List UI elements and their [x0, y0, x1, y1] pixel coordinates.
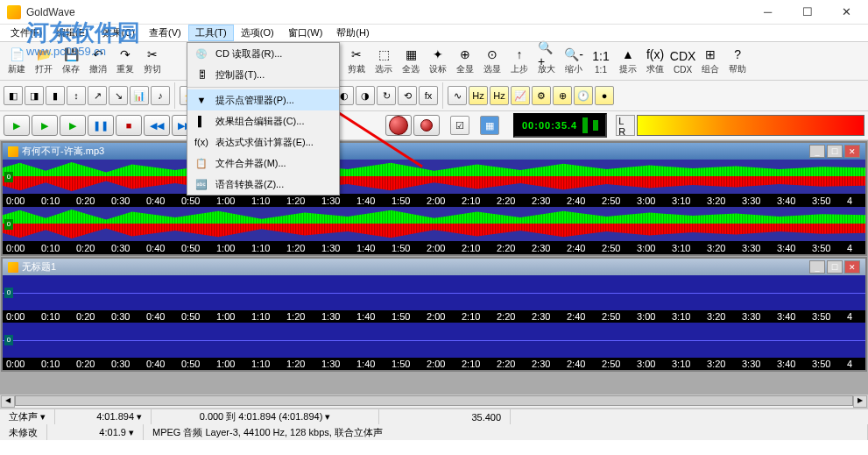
dropdown-item-6[interactable]: 🔤语音转换器(Z)...	[187, 174, 339, 195]
minimize-button[interactable]: ─	[748, 0, 787, 25]
status-position: 35.400	[379, 409, 511, 424]
main-toolbar: 📄新建📂打开💾保存↶撤消↷重复✂剪切🗑删除✂剪裁⬚选示▦全选✦设标⊕全显⊙选显↑…	[0, 42, 868, 81]
menu-tool[interactable]: 工具(T)	[188, 25, 234, 41]
fx-btn-2[interactable]: ▮	[46, 86, 65, 105]
menu-window[interactable]: 窗口(W)	[281, 25, 330, 41]
toolbar-btn-剪切[interactable]: ✂剪切	[139, 44, 166, 78]
fx-btn-16[interactable]: ◑	[356, 86, 375, 105]
wave-close-btn[interactable]: ✕	[844, 145, 860, 158]
toolbar-btn-上步[interactable]: ↑上步	[506, 44, 533, 78]
view-btn[interactable]: ▦	[480, 116, 499, 135]
dropdown-item-4[interactable]: f(x)表达式求值计算器(E)...	[187, 132, 339, 153]
toolbar-btn-1:1[interactable]: 1:11:1	[588, 46, 614, 77]
dropdown-item-5[interactable]: 📋文件合并器(M)...	[187, 153, 339, 174]
toolbar-btn-设标[interactable]: ✦设标	[425, 44, 451, 78]
toolbar-btn-剪裁[interactable]: ✂剪裁	[343, 44, 370, 78]
fx-btn-21[interactable]: Hz	[469, 86, 488, 105]
dropdown-item-1[interactable]: 🎛控制器(T)...	[187, 64, 339, 85]
maximize-button[interactable]: ☐	[787, 0, 827, 25]
rewind-button[interactable]: ◀◀	[144, 115, 170, 136]
dropdown-item-0[interactable]: 💿CD 读取器(R)...	[187, 43, 339, 64]
play-button[interactable]: ▶	[4, 115, 30, 136]
transport-bar: ▶ ▶ ▶ ❚❚ ■ ◀◀ ▶▶ ☑ ▦ 00:00:35.4 LR	[0, 111, 868, 140]
wave-body-1[interactable]: 0 0:000:100:200:300:400:501:001:101:201:…	[3, 160, 865, 254]
toolbar-btn-选示[interactable]: ⬚选示	[370, 44, 397, 78]
wave-body-2[interactable]: 0 0:000:100:200:300:400:501:001:101:201:…	[3, 275, 865, 370]
toolbar-btn-保存[interactable]: 💾保存	[58, 44, 84, 78]
fx-btn-1[interactable]: ◨	[25, 86, 44, 105]
toolbar-btn-组合[interactable]: ⊞组合	[697, 44, 723, 78]
horizontal-scrollbar[interactable]: ◀ ▶	[0, 395, 868, 409]
fx-btn-5[interactable]: ↘	[109, 86, 128, 105]
fx-btn-27[interactable]: ●	[595, 86, 614, 105]
toolbar-btn-全选[interactable]: ▦全选	[398, 44, 424, 78]
tools-dropdown: 💿CD 读取器(R)...🎛控制器(T)...▼提示点管理器(P)...▌效果组…	[187, 42, 340, 196]
menu-help[interactable]: 帮助(H)	[329, 25, 376, 41]
stop-button[interactable]: ■	[116, 115, 142, 136]
effects-toolbar: ◧◨▮↕↗↘📊♪⚡~≈🔊🔉2x½◐◑↻⟲fx∿HzHz📈⚙⊕🕐●	[0, 81, 868, 111]
fx-btn-19[interactable]: fx	[419, 86, 438, 105]
fx-btn-3[interactable]: ↕	[67, 86, 86, 105]
dropdown-item-3[interactable]: ▌效果组合编辑器(C)...	[187, 110, 339, 132]
statusbar-1: 立体声 ▾ 4:01.894 ▾ 0.000 到 4:01.894 (4:01.…	[0, 409, 868, 424]
wave-max-btn[interactable]: ☐	[827, 260, 843, 274]
status-range[interactable]: 0.000 到 4:01.894 (4:01.894) ▾	[152, 409, 379, 424]
close-button[interactable]: ✕	[827, 0, 866, 25]
ruler: 0:000:100:200:300:400:501:001:101:201:30…	[3, 310, 865, 323]
play-sel-button[interactable]: ▶	[32, 115, 58, 136]
fx-btn-25[interactable]: ⊕	[553, 86, 572, 105]
toolbar-btn-帮助[interactable]: ?帮助	[724, 44, 751, 78]
menu-option[interactable]: 选项(O)	[234, 25, 281, 41]
settings-btn[interactable]: ☑	[450, 116, 469, 135]
wave-max-btn[interactable]: ☐	[827, 145, 843, 158]
wave-title-2[interactable]: 无标题1 _ ☐ ✕	[3, 259, 865, 275]
wave-min-btn[interactable]: _	[809, 260, 825, 274]
scroll-left-btn[interactable]: ◀	[1, 395, 15, 408]
fx-btn-22[interactable]: Hz	[490, 86, 509, 105]
menu-edit[interactable]: 编辑(E)	[49, 25, 95, 41]
lr-indicator: LR	[616, 115, 635, 136]
toolbar-btn-放大[interactable]: 🔍+放大	[533, 44, 560, 78]
toolbar-btn-CDX[interactable]: CDXCDX	[669, 46, 696, 77]
toolbar-btn-求值[interactable]: f(x)求值	[642, 44, 668, 78]
fx-btn-4[interactable]: ↗	[88, 86, 107, 105]
fx-btn-26[interactable]: 🕐	[574, 86, 593, 105]
toolbar-btn-缩小[interactable]: 🔍-缩小	[561, 44, 587, 78]
menu-view[interactable]: 查看(V)	[142, 25, 188, 41]
rec-small-button[interactable]	[413, 115, 440, 136]
wave-filename-2: 无标题1	[22, 260, 56, 274]
fx-btn-0[interactable]: ◧	[4, 86, 23, 105]
toolbar-btn-重复[interactable]: ↷重复	[112, 44, 138, 78]
wave-panel-2: 无标题1 _ ☐ ✕ 0 0:000:100:200:300:400:501:0…	[1, 257, 867, 372]
menubar: 文件(F) 编辑(E) 效果(C) 查看(V) 工具(T) 选项(O) 窗口(W…	[0, 25, 868, 42]
toolbar-btn-选显[interactable]: ⊙选显	[479, 44, 505, 78]
toolbar-btn-新建[interactable]: 📄新建	[4, 44, 30, 78]
fx-btn-6[interactable]: 📊	[130, 86, 149, 105]
scroll-right-btn[interactable]: ▶	[853, 395, 867, 408]
toolbar-btn-全显[interactable]: ⊕全显	[452, 44, 478, 78]
app-icon	[7, 5, 21, 19]
status-length2[interactable]: 4:01.9 ▾	[47, 424, 144, 440]
titlebar: GoldWave ─ ☐ ✕	[0, 0, 868, 25]
dropdown-item-2[interactable]: ▼提示点管理器(P)...	[187, 89, 339, 110]
play-loop-button[interactable]: ▶	[60, 115, 86, 136]
toolbar-btn-打开[interactable]: 📂打开	[31, 44, 57, 78]
fx-btn-18[interactable]: ⟲	[398, 86, 417, 105]
toolbar-btn-撤消[interactable]: ↶撤消	[85, 44, 111, 78]
fx-btn-17[interactable]: ↻	[377, 86, 396, 105]
menu-effect[interactable]: 效果(C)	[95, 25, 142, 41]
toolbar-btn-提示[interactable]: ▲提示	[615, 44, 641, 78]
status-length[interactable]: 4:01.894 ▾	[55, 409, 152, 424]
pause-button[interactable]: ❚❚	[88, 115, 114, 136]
fx-btn-24[interactable]: ⚙	[532, 86, 551, 105]
fx-btn-7[interactable]: ♪	[151, 86, 170, 105]
fx-btn-20[interactable]: ∿	[448, 86, 467, 105]
status-channels[interactable]: 立体声 ▾	[0, 409, 55, 424]
wave-title-1[interactable]: 有何不可-许嵩.mp3 _ ☐ ✕	[3, 143, 865, 160]
rec-button[interactable]	[385, 115, 412, 136]
wave-close-btn[interactable]: ✕	[844, 260, 860, 274]
wave-min-btn[interactable]: _	[809, 145, 825, 158]
wave-filename-1: 有何不可-许嵩.mp3	[22, 145, 104, 158]
menu-file[interactable]: 文件(F)	[4, 25, 49, 41]
fx-btn-23[interactable]: 📈	[511, 86, 530, 105]
